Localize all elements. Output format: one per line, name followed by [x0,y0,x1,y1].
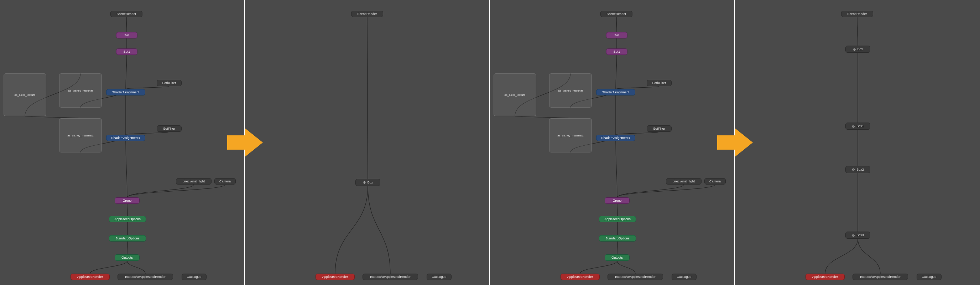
node-box[interactable]: ⚙Box [355,179,380,186]
node-interactive[interactable]: InteractiveAppleseedRender [853,274,908,280]
node-big_mat1[interactable]: as_disney_material1 [59,118,102,153]
node-big_tex[interactable]: as_color_texture [493,73,536,116]
node-label: Catalogue [431,275,446,279]
node-group[interactable]: Group [605,197,630,204]
node-label: AppleseedRender [567,275,593,279]
panel-4: SceneReader⚙Box⚙Box1⚙Box2⚙Box3AppleseedR… [735,0,980,285]
node-label: as_disney_material1 [67,134,93,137]
node-set[interactable]: Set [606,32,627,38]
gear-icon: ⚙ [363,181,366,185]
node-label: as_disney_material [558,89,583,92]
node-label: Set1 [614,50,620,53]
node-label: ShaderAssignment [602,91,629,94]
node-appleseedopts[interactable]: AppleseedOptions [599,216,636,222]
node-label: SetFilter [653,127,665,131]
node-outputs[interactable]: Outputs [605,254,630,261]
node-box1[interactable]: ⚙Box1 [845,123,870,130]
node-label: Group [123,199,131,202]
node-dirlight[interactable]: directional_light [176,178,212,185]
node-pathfilter[interactable]: PathFilter [157,80,181,86]
node-set[interactable]: Set [116,32,137,38]
node-label: AppleseedOptions [114,217,141,221]
node-label: Set [124,33,129,37]
node-label: SceneReader [357,12,377,16]
node-appleseedrender[interactable]: AppleseedRender [805,274,845,280]
node-outputs[interactable]: Outputs [115,254,140,261]
node-label: Group [612,199,621,202]
node-label: as_disney_material [68,89,93,92]
svg-marker-0 [227,128,263,157]
node-stdopts[interactable]: StandardOptions [599,235,636,242]
node-label: Set1 [124,50,130,53]
node-scenereader[interactable]: SceneReader [110,11,142,17]
node-label: directional_light [183,180,205,183]
transition-arrow-1 [224,121,266,164]
transition-arrow-2 [714,121,756,164]
node-label: PathFilter [652,81,666,85]
node-big_mat1[interactable]: as_disney_material1 [549,118,592,153]
node-shaderassign[interactable]: ShaderAssignment [106,89,145,96]
node-setfilter[interactable]: SetFilter [647,126,671,132]
node-appleseedrender[interactable]: AppleseedRender [70,274,110,280]
node-set1[interactable]: Set1 [606,48,627,55]
node-label: Outputs [611,256,623,260]
node-appleseedrender[interactable]: AppleseedRender [560,274,600,280]
node-dirlight[interactable]: directional_light [666,178,702,185]
node-label: Camera [220,180,231,183]
gear-icon: ⚙ [852,233,855,237]
node-label: Box [858,48,863,51]
node-interactive[interactable]: InteractiveAppleseedRender [363,274,418,280]
node-stdopts[interactable]: StandardOptions [109,235,146,242]
node-camera[interactable]: Camera [215,178,236,185]
node-label: Box2 [856,168,864,171]
node-label: InteractiveAppleseedRender [370,275,410,279]
node-big_tex[interactable]: as_color_texture [3,73,46,116]
node-box2[interactable]: ⚙Box2 [845,166,870,173]
node-box3[interactable]: ⚙Box3 [845,232,870,239]
node-label: PathFilter [162,81,176,85]
node-label: StandardOptions [115,237,140,240]
node-label: AppleseedRender [322,275,348,279]
node-pathfilter[interactable]: PathFilter [647,80,671,86]
node-catalogue[interactable]: Catalogue [426,274,452,280]
panel-3: SceneReaderSetSet1ShaderAssignmentPathFi… [490,0,735,285]
node-big_mat[interactable]: as_disney_material [59,73,102,108]
node-set1[interactable]: Set1 [116,48,137,55]
node-label: Box3 [856,233,864,237]
node-label: ShaderAssignment1 [601,136,630,140]
node-big_mat[interactable]: as_disney_material [549,73,592,108]
node-label: InteractiveAppleseedRender [125,275,165,279]
node-label: ShaderAssignment [112,91,139,94]
node-shaderassign1[interactable]: ShaderAssignment1 [596,135,635,141]
node-scenereader[interactable]: SceneReader [841,11,873,17]
node-appleseedrender[interactable]: AppleseedRender [315,274,355,280]
gear-icon: ⚙ [853,48,856,51]
node-box[interactable]: ⚙Box [845,46,870,53]
node-scenereader[interactable]: SceneReader [351,11,383,17]
node-label: InteractiveAppleseedRender [860,275,900,279]
node-setfilter[interactable]: SetFilter [157,126,181,132]
node-label: AppleseedRender [812,275,838,279]
panel-1: SceneReaderSetSet1ShaderAssignmentPathFi… [0,0,245,285]
node-shaderassign[interactable]: ShaderAssignment [596,89,635,96]
gear-icon: ⚙ [852,124,855,128]
node-label: Box [368,181,373,184]
node-catalogue[interactable]: Catalogue [671,274,697,280]
node-label: Outputs [121,256,133,260]
node-camera[interactable]: Camera [705,178,726,185]
node-catalogue[interactable]: Catalogue [181,274,207,280]
node-label: AppleseedOptions [604,217,631,221]
node-group[interactable]: Group [115,197,140,204]
node-label: Catalogue [676,275,691,279]
node-label: ShaderAssignment1 [111,136,140,140]
node-interactive[interactable]: InteractiveAppleseedRender [118,274,173,280]
node-label: SceneReader [116,12,136,16]
panel-2: SceneReader⚙BoxAppleseedRenderInteractiv… [245,0,490,285]
node-label: as_color_texture [504,93,525,97]
node-shaderassign1[interactable]: ShaderAssignment1 [106,135,145,141]
node-appleseedopts[interactable]: AppleseedOptions [109,216,146,222]
node-scenereader[interactable]: SceneReader [600,11,632,17]
gear-icon: ⚙ [852,168,855,172]
node-catalogue[interactable]: Catalogue [916,274,942,280]
node-interactive[interactable]: InteractiveAppleseedRender [608,274,663,280]
